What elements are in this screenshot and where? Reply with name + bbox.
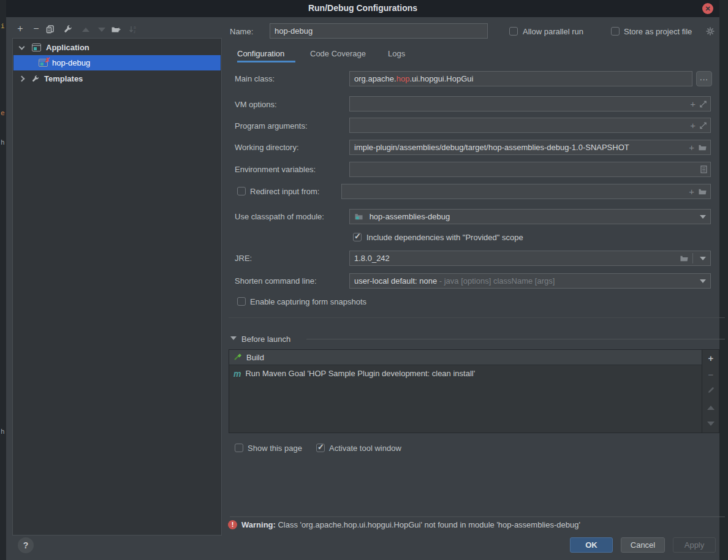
tree-item-label: Templates — [44, 74, 83, 83]
tab-logs[interactable]: Logs — [388, 49, 405, 58]
section-divider — [229, 317, 725, 318]
background-ide-strip-left: i e h h — [0, 0, 6, 560]
tree-item-hop-debug[interactable]: ✗ hop-debug — [13, 55, 221, 70]
wrench-icon — [31, 75, 40, 83]
close-icon[interactable]: ✕ — [702, 3, 713, 14]
folder-icon[interactable] — [698, 143, 707, 151]
redirect-input-label: Redirect input from: — [250, 187, 319, 196]
working-directory-label: Working directory: — [235, 143, 299, 152]
svg-text:z: z — [134, 29, 135, 34]
help-button[interactable]: ? — [18, 537, 34, 553]
run-configuration-icon: ✗ — [39, 59, 48, 67]
add-icon[interactable]: + — [689, 184, 694, 199]
remove-icon[interactable]: − — [29, 23, 43, 36]
redirect-input-field[interactable]: + — [341, 184, 711, 199]
task-label: Run Maven Goal 'HOP Sample Plugin develo… — [245, 369, 475, 378]
task-row-maven[interactable]: m Run Maven Goal 'HOP Sample Plugin deve… — [229, 366, 702, 381]
wrench-icon[interactable] — [63, 23, 77, 36]
task-label: Build — [246, 353, 264, 362]
add-task-icon[interactable]: + — [702, 353, 719, 365]
before-launch-title: Before launch — [241, 335, 290, 344]
tree-item-label: Application — [46, 43, 89, 52]
shorten-command-line-combobox[interactable]: user-local default: none - java [options… — [349, 273, 711, 289]
form-snapshots-checkbox[interactable] — [237, 297, 246, 306]
collapse-triangle-icon[interactable] — [230, 336, 237, 340]
main-class-label: Main class: — [235, 74, 275, 83]
remove-task-icon[interactable]: − — [702, 369, 719, 382]
tab-code-coverage[interactable]: Code Coverage — [310, 49, 366, 58]
allow-parallel-run-checkbox[interactable] — [509, 27, 518, 36]
form-snapshots-label: Enable capturing form snapshots — [250, 297, 366, 306]
copy-icon[interactable] — [45, 23, 59, 36]
background-glyph: h — [1, 138, 5, 146]
vm-options-input[interactable]: + — [349, 96, 711, 112]
expand-icon[interactable] — [699, 121, 707, 129]
cancel-button[interactable]: Cancel — [621, 537, 665, 553]
expand-icon[interactable] — [699, 100, 707, 108]
chevron-down-icon[interactable] — [696, 274, 710, 288]
configurations-tree: Application ✗ hop-debug Templates — [12, 38, 222, 535]
chevron-down-icon[interactable] — [696, 210, 710, 224]
move-task-up-icon[interactable] — [702, 401, 719, 414]
invalid-config-icon: ✗ — [45, 56, 50, 64]
program-arguments-label: Program arguments: — [235, 121, 308, 131]
gear-icon[interactable] — [705, 26, 715, 36]
vm-options-label: VM options: — [235, 100, 277, 109]
classpath-module-combobox[interactable]: hop-assemblies-debug — [349, 209, 711, 224]
add-icon[interactable]: + — [690, 118, 696, 132]
svg-text:a: a — [134, 25, 136, 29]
folder-icon[interactable] — [698, 187, 707, 195]
divider — [692, 253, 693, 263]
folder-icon[interactable] — [680, 254, 689, 262]
warning-icon: ! — [228, 520, 237, 529]
browse-main-class-button[interactable]: ... — [696, 71, 712, 86]
add-icon[interactable]: + — [690, 97, 696, 111]
edit-pencil-icon[interactable] — [702, 384, 719, 396]
application-icon — [32, 44, 41, 51]
background-glyph: i — [1, 22, 5, 30]
shorten-command-line-label: Shorten command line: — [235, 276, 317, 286]
provided-scope-checkbox[interactable] — [353, 233, 362, 241]
environment-variables-label: Environment variables: — [235, 165, 316, 174]
working-directory-input[interactable]: imple-plugin/assemblies/debug/target/hop… — [349, 140, 711, 155]
show-this-page-checkbox[interactable] — [235, 444, 243, 452]
redirect-input-checkbox[interactable] — [237, 187, 246, 195]
jre-label: JRE: — [235, 254, 252, 263]
ok-button[interactable]: OK — [570, 537, 613, 553]
allow-parallel-run-label: Allow parallel run — [523, 27, 583, 36]
chevron-down-icon[interactable] — [19, 44, 25, 50]
activate-tool-window-label: Activate tool window — [329, 444, 401, 453]
store-as-project-file-checkbox[interactable] — [611, 27, 620, 36]
program-arguments-input[interactable]: + — [349, 118, 711, 133]
tree-item-application[interactable]: Application — [13, 40, 221, 55]
add-icon[interactable]: + — [689, 140, 694, 154]
apply-button[interactable]: Apply — [673, 537, 716, 553]
window-title: Run/Debug Configurations — [6, 3, 719, 13]
tab-configuration[interactable]: Configuration — [237, 49, 284, 58]
task-row-build[interactable]: Build — [229, 350, 702, 365]
warning-message: Warning: Class 'org.apache.hop.ui.hopgui… — [241, 520, 580, 529]
new-folder-icon[interactable] — [111, 23, 124, 36]
move-down-icon[interactable] — [95, 23, 108, 36]
run-debug-configurations-dialog: Run/Debug Configurations ✕ + − az Applic… — [6, 0, 719, 560]
name-input[interactable]: hop-debug — [270, 23, 488, 39]
before-launch-toolbar: + − — [702, 350, 719, 433]
active-tab-underline — [237, 61, 295, 62]
chevron-right-icon[interactable] — [19, 76, 25, 82]
tree-item-templates[interactable]: Templates — [13, 71, 221, 86]
move-task-down-icon[interactable] — [702, 417, 719, 429]
main-class-input[interactable]: org.apache.hop.ui.hopgui.HopGui — [349, 71, 692, 86]
list-icon[interactable] — [700, 165, 707, 173]
sort-icon[interactable]: az — [128, 23, 142, 36]
footer-divider — [230, 516, 725, 517]
provided-scope-label: Include dependencies with "Provided" sco… — [366, 233, 523, 242]
build-hammer-icon — [233, 353, 243, 362]
move-up-icon[interactable] — [79, 23, 93, 36]
before-launch-list: Build m Run Maven Goal 'HOP Sample Plugi… — [229, 349, 719, 433]
chevron-down-icon[interactable] — [696, 251, 710, 265]
add-icon[interactable]: + — [13, 23, 27, 36]
jre-combobox[interactable]: 1.8.0_242 — [349, 251, 711, 266]
show-this-page-label: Show this page — [248, 444, 302, 453]
environment-variables-input[interactable] — [349, 162, 711, 177]
activate-tool-window-checkbox[interactable] — [316, 444, 325, 452]
